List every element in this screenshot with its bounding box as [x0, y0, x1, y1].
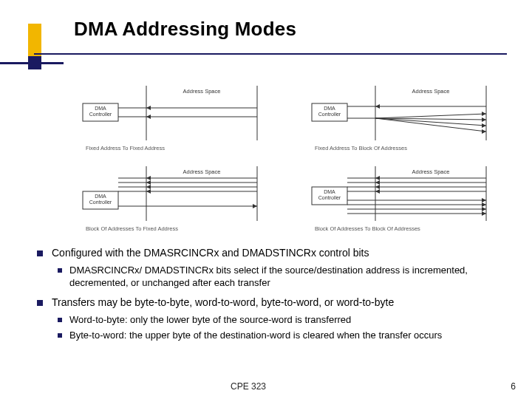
- svg-text:Address Space: Address Space: [412, 88, 450, 95]
- accent-navy: [28, 56, 41, 69]
- diagram-grid: DMAController Address Space Fixed Addres…: [0, 74, 532, 239]
- svg-marker-21: [482, 129, 486, 134]
- bullet-2-1: Word-to-byte: only the lower byte of the…: [52, 314, 513, 327]
- space-label: Address Space: [183, 88, 221, 95]
- diagram-block-to-block: DMAController Address Space Block Of Add…: [310, 165, 495, 232]
- slide-title: DMA Addressing Modes: [74, 18, 532, 41]
- svg-marker-46: [375, 180, 380, 185]
- bullet-2-2-text: Byte-to-word: the upper byte of the dest…: [69, 330, 442, 341]
- svg-marker-52: [482, 198, 486, 202]
- svg-marker-58: [482, 211, 486, 216]
- svg-marker-56: [482, 207, 486, 211]
- svg-text:Address Space: Address Space: [183, 168, 221, 175]
- svg-marker-13: [375, 104, 380, 109]
- svg-marker-4: [146, 106, 151, 110]
- svg-marker-6: [146, 115, 151, 119]
- bullet-2-text: Transfers may be byte-to-byte, word-to-w…: [52, 296, 394, 308]
- svg-marker-15: [482, 112, 486, 116]
- svg-marker-17: [482, 117, 486, 122]
- caption-bl: Block Of Addresses To Fixed Address: [81, 225, 266, 232]
- bullet-1-text: Configured with the DMASRCINCRx and DMAD…: [52, 247, 369, 259]
- diagram-fixed-to-block: DMAController Address Space Fixed Addres…: [310, 84, 495, 151]
- bullet-1-1-text: DMASRCINCRx/ DMADSTINCRx bits select if …: [69, 265, 468, 288]
- svg-marker-34: [146, 185, 151, 189]
- bullet-1-1: DMASRCINCRx/ DMADSTINCRx bits select if …: [52, 265, 513, 289]
- bullet-1: Configured with the DMASRCINCRx and DMAD…: [33, 247, 513, 289]
- svg-marker-19: [482, 123, 486, 128]
- diagram-fixed-to-fixed: DMAController Address Space Fixed Addres…: [81, 84, 266, 151]
- bullet-2-1-text: Word-to-byte: only the lower byte of the…: [69, 314, 351, 325]
- svg-marker-33: [146, 180, 151, 185]
- bullet-content: Configured with the DMASRCINCRx and DMAD…: [0, 239, 532, 341]
- svg-marker-50: [375, 189, 380, 194]
- svg-marker-54: [482, 202, 486, 207]
- bullet-2: Transfers may be byte-to-byte, word-to-w…: [33, 296, 513, 341]
- caption-tr: Fixed Address To Block Of Addresses: [310, 145, 495, 151]
- rule-long: [34, 53, 507, 55]
- footer-page: 6: [497, 381, 532, 392]
- caption-br: Block Of Addresses To Block Of Addresses: [310, 225, 495, 232]
- slide-header: DMA Addressing Modes: [0, 0, 532, 74]
- bullet-2-2: Byte-to-word: the upper byte of the dest…: [52, 330, 513, 342]
- svg-marker-44: [375, 176, 380, 180]
- svg-marker-35: [146, 189, 151, 194]
- diagram-block-to-fixed: DMAController Address Space Block Of Add…: [81, 165, 266, 232]
- slide-footer: CPE 323 6: [0, 381, 532, 392]
- svg-line-14: [375, 114, 486, 118]
- footer-course: CPE 323: [0, 381, 497, 392]
- svg-marker-37: [253, 204, 257, 208]
- caption-tl: Fixed Address To Fixed Address: [81, 145, 266, 151]
- svg-marker-48: [375, 185, 380, 189]
- svg-text:Address Space: Address Space: [412, 168, 450, 175]
- svg-marker-32: [146, 176, 151, 180]
